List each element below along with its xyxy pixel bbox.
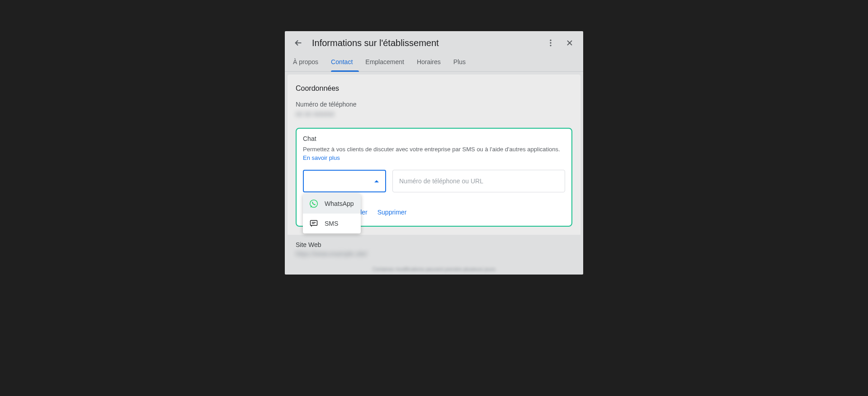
dropdown-option-whatsapp[interactable]: WhatsApp	[303, 194, 361, 214]
sms-icon	[309, 219, 318, 228]
tab-more[interactable]: Plus	[453, 53, 472, 71]
caret-up-icon	[374, 180, 379, 182]
chat-description: Permettez à vos clients de discuter avec…	[303, 146, 560, 153]
svg-point-2	[550, 45, 551, 46]
more-vertical-icon[interactable]	[545, 37, 556, 48]
chat-section: Chat Permettez à vos clients de discuter…	[296, 128, 572, 227]
website-value: https://www.example.site/	[296, 250, 572, 257]
panel-title: Informations sur l'établissement	[312, 38, 537, 48]
footer-hint: Certaines modifications peuvent prendre …	[285, 266, 583, 275]
tab-location[interactable]: Emplacement	[365, 53, 410, 71]
chat-app-dropdown: WhatsApp SMS	[303, 194, 361, 233]
dropdown-option-whatsapp-label: WhatsApp	[325, 200, 354, 207]
content-area: Coordonnées Numéro de téléphone 00 00 00…	[288, 75, 580, 235]
dropdown-option-sms[interactable]: SMS	[303, 214, 361, 233]
phone-label: Numéro de téléphone	[296, 101, 572, 108]
delete-button[interactable]: Supprimer	[376, 205, 409, 219]
close-icon[interactable]	[564, 37, 575, 48]
chat-input-row: WhatsApp SMS	[303, 170, 565, 192]
chat-description-row: Permettez à vos clients de discuter avec…	[303, 145, 565, 162]
chat-app-select[interactable]: WhatsApp SMS	[303, 170, 386, 192]
tab-bar: À propos Contact Emplacement Horaires Pl…	[285, 53, 583, 72]
tab-contact[interactable]: Contact	[331, 53, 359, 71]
chat-input-placeholder: Numéro de téléphone ou URL	[399, 177, 483, 185]
svg-point-1	[550, 42, 551, 43]
panel-header: Informations sur l'établissement	[285, 31, 583, 53]
website-section: Site Web https://www.example.site/	[285, 238, 583, 266]
business-info-panel: Informations sur l'établissement À propo…	[285, 31, 583, 275]
website-label: Site Web	[296, 241, 572, 248]
back-arrow-icon[interactable]	[293, 37, 304, 48]
dropdown-option-sms-label: SMS	[325, 220, 338, 227]
coordinates-title: Coordonnées	[296, 84, 572, 93]
chat-title: Chat	[303, 135, 565, 142]
svg-point-0	[550, 40, 551, 41]
whatsapp-icon	[309, 199, 318, 208]
tab-about[interactable]: À propos	[293, 53, 325, 71]
phone-value: 00 00 000000	[296, 111, 572, 118]
chat-phone-url-input[interactable]: Numéro de téléphone ou URL	[392, 170, 565, 192]
tab-hours[interactable]: Horaires	[417, 53, 447, 71]
learn-more-link[interactable]: En savoir plus	[303, 154, 340, 161]
svg-rect-4	[311, 221, 317, 226]
